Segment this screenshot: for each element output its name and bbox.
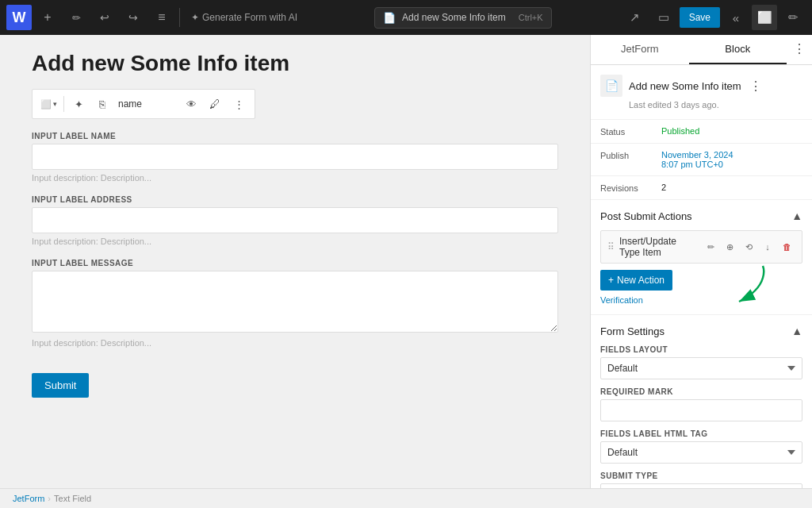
redo-button[interactable]: ↪ — [121, 5, 146, 30]
green-arrow — [684, 262, 779, 310]
mobile-preview-button[interactable]: ▭ — [651, 5, 676, 30]
document-tab[interactable]: 📄 Add new Some Info item Ctrl+K — [374, 7, 552, 29]
required-mark-input[interactable] — [600, 399, 802, 421]
undo-button[interactable]: ↩ — [92, 5, 117, 30]
doc-more-button[interactable]: ⋮ — [748, 77, 764, 95]
external-link-button[interactable]: ↗ — [622, 5, 648, 30]
breadcrumb-separator: › — [48, 494, 51, 503]
publish-label: Publish — [600, 150, 652, 160]
dropdown-icon: ▾ — [53, 100, 57, 108]
tab-shortcut: Ctrl+K — [519, 13, 543, 22]
verification-link[interactable]: Verification — [600, 295, 643, 305]
name-desc: Input description: Description... — [32, 173, 558, 183]
message-desc: Input description: Description... — [32, 338, 558, 348]
label-prefix: INPUT LABEL — [32, 132, 91, 140]
message-textarea[interactable] — [32, 271, 558, 333]
desc-placeholder: Description... — [101, 173, 151, 183]
generate-form-ai-button[interactable]: ✦ Generate Form with AI — [185, 7, 304, 28]
more-tools-button[interactable]: ✏ — [780, 5, 806, 30]
copy-button[interactable]: ⎘ — [91, 93, 113, 115]
name-field-section: INPUT LABEL NAME Input description: Desc… — [32, 132, 558, 183]
revisions-value: 2 — [661, 183, 666, 192]
fs-title: Form Settings — [600, 325, 665, 337]
top-bar-right: ↗ ▭ Save « ⬜ ✏ — [622, 5, 806, 30]
doc-icon: 📄 — [600, 75, 622, 97]
tab-jetform[interactable]: JetForm — [591, 35, 689, 64]
desc-placeholder: Description... — [101, 338, 151, 348]
status-value: Published — [661, 126, 699, 136]
tab-block[interactable]: Block — [689, 35, 787, 64]
label-prefix: INPUT LABEL — [32, 259, 91, 267]
drag-handle-icon[interactable]: ⠿ — [607, 241, 615, 252]
block-type-button[interactable]: ⬜ ▾ — [37, 93, 60, 115]
clone-action-button[interactable]: ⊕ — [721, 238, 738, 256]
post-submit-actions-section: Post Submit Actions ▲ ⠿ Insert/UpdateTyp… — [591, 200, 812, 315]
transform-button[interactable]: ✦ — [67, 93, 90, 115]
main-layout: Add new Some Info item ⬜ ▾ ✦ ⎘ 👁 🖊 ⋮ INP… — [0, 35, 812, 488]
address-input[interactable] — [32, 207, 558, 233]
edit-button[interactable]: ✏ — [63, 5, 89, 30]
toggle-action-button[interactable]: ⟲ — [740, 238, 757, 256]
more-options-button[interactable]: ⋮ — [228, 93, 250, 115]
edit-action-button[interactable]: ✏ — [702, 238, 719, 256]
block-toolbar: ⬜ ▾ ✦ ⎘ 👁 🖊 ⋮ — [32, 89, 255, 119]
collapse-sidebar-button[interactable]: « — [723, 5, 749, 30]
revisions-row: Revisions 2 — [591, 176, 812, 200]
doc-meta: Last edited 3 days ago. — [600, 100, 802, 110]
doc-title-row: 📄 Add new Some Info item ⋮ — [600, 75, 802, 97]
status-row: Status Published — [591, 120, 812, 144]
breadcrumb: JetForm › Text Field — [0, 488, 812, 508]
arrow-container: + New Action — [600, 270, 802, 291]
submit-button[interactable]: Submit — [32, 373, 89, 398]
fields-label-tag-label: FIELDS LABEL HTML TAG — [600, 429, 802, 438]
fs-collapse-button[interactable]: ▲ — [791, 325, 802, 337]
save-button[interactable]: Save — [680, 7, 720, 28]
address-field-section: INPUT LABEL ADDRESS Input description: D… — [32, 195, 558, 246]
submit-type-label: SUBMIT TYPE — [600, 471, 802, 480]
right-sidebar: JetForm Block ⋮ 📄 Add new Some Info item… — [590, 35, 812, 488]
doc-title: Add new Some Info item — [629, 80, 741, 92]
generate-btn-label: Generate Form with AI — [202, 12, 297, 23]
preview-button[interactable]: 👁 — [180, 93, 202, 115]
label-name: ADDRESS — [90, 195, 132, 204]
breadcrumb-text-field: Text Field — [54, 494, 91, 503]
editor-area: Add new Some Info item ⬜ ▾ ✦ ⎘ 👁 🖊 ⋮ INP… — [0, 35, 590, 488]
name-input[interactable] — [32, 144, 558, 170]
ai-icon: ✦ — [191, 12, 199, 23]
field-name-input[interactable] — [115, 97, 178, 111]
revisions-label: Revisions — [600, 183, 652, 193]
breadcrumb-jetform[interactable]: JetForm — [13, 494, 44, 503]
psa-title: Post Submit Actions — [600, 210, 692, 222]
document-icon: 📄 — [383, 12, 396, 24]
fields-label-tag-select[interactable]: Default h1h2h3 divspan — [600, 441, 802, 464]
tab-title: Add new Some Info item — [402, 12, 506, 23]
color-button[interactable]: 🖊 — [204, 93, 226, 115]
fs-header: Form Settings ▲ — [600, 325, 802, 337]
required-mark-label: REQUIRED MARK — [600, 387, 802, 396]
publish-row: Publish November 3, 2024 8:07 pm UTC+0 — [591, 144, 812, 176]
label-name: MESSAGE — [91, 259, 134, 267]
label-name: NAME — [91, 132, 116, 140]
list-view-button[interactable]: ≡ — [149, 5, 174, 30]
sep1 — [63, 96, 64, 112]
block-icon: ⬜ — [40, 99, 52, 110]
new-action-button[interactable]: + New Action — [600, 270, 672, 291]
page-title: Add new Some Info item — [32, 51, 558, 76]
new-action-label: New Action — [617, 275, 665, 286]
publish-value: November 3, 2024 8:07 pm UTC+0 — [661, 150, 733, 169]
plus-icon: + — [608, 275, 614, 286]
psa-collapse-button[interactable]: ▲ — [791, 210, 802, 222]
move-action-button[interactable]: ↓ — [759, 238, 776, 256]
sidebar-more-button[interactable]: ⋮ — [787, 35, 812, 64]
center-area: 📄 Add new Some Info item Ctrl+K — [307, 7, 619, 29]
name-field-label: INPUT LABEL NAME — [32, 132, 558, 140]
delete-action-button[interactable]: 🗑 — [778, 238, 795, 256]
address-field-label: INPUT LABEL ADDRESS — [32, 195, 558, 204]
label-prefix: INPUT LABEL — [32, 195, 90, 204]
action-buttons: ✏ ⊕ ⟲ ↓ 🗑 — [702, 238, 795, 256]
message-field-label: INPUT LABEL MESSAGE — [32, 259, 558, 267]
fields-layout-select[interactable]: Default Inline Grid — [600, 357, 802, 379]
wp-logo[interactable]: W — [6, 5, 32, 30]
add-block-button[interactable]: + — [35, 5, 60, 30]
settings-panel-button[interactable]: ⬜ — [752, 5, 777, 30]
